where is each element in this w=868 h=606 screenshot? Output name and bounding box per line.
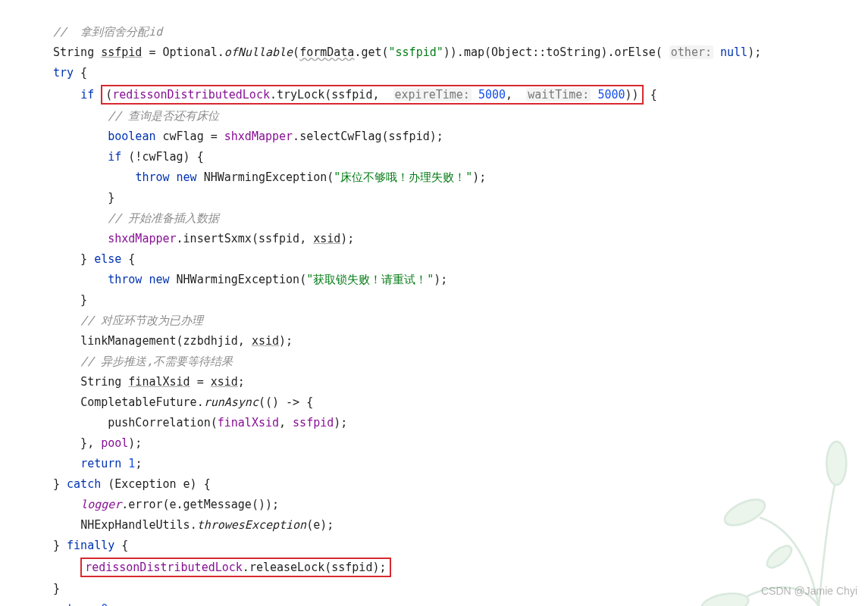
comment-line: // 异步推送,不需要等待结果 — [80, 355, 233, 368]
comment-line: // 开始准备插入数据 — [108, 211, 219, 225]
code-block: // 拿到宿舍分配id String ssfpid = Optional.ofN… — [0, 0, 868, 606]
comment-line: // 拿到宿舍分配id — [53, 25, 162, 39]
comment-line: // 查询是否还有床位 — [108, 109, 219, 123]
comment-line: // 对应环节改为已办理 — [80, 314, 203, 327]
highlight-trylock: (redissonDistributedLock.tryLock(ssfpid,… — [101, 85, 643, 105]
highlight-releaselock: redissonDistributedLock.releaseLock(ssfp… — [80, 558, 390, 577]
